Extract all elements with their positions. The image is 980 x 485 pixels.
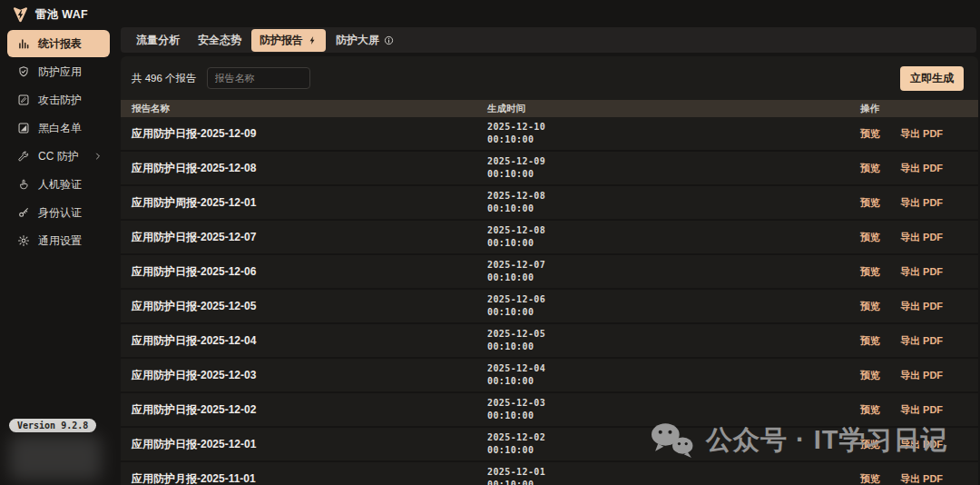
report-name: 应用防护日报-2025-12-08 <box>132 161 487 176</box>
sidebar-item-攻击防护[interactable]: 攻击防护 <box>7 86 110 114</box>
tab-label: 防护大屏 <box>336 33 379 48</box>
report-name-search-input[interactable] <box>207 67 310 89</box>
sidebar-item-身份认证[interactable]: 身份认证 <box>7 199 110 226</box>
safeline-logo-icon <box>12 6 29 24</box>
table-row: 应用防护日报-2025-12-03 2025-12-04 00:10:00 预览… <box>121 359 978 393</box>
table-row: 应用防护日报-2025-12-06 2025-12-07 00:10:00 预览… <box>121 255 978 290</box>
sidebar-item-label: 防护应用 <box>38 64 82 80</box>
export-pdf-link[interactable]: 导出 PDF <box>900 265 943 279</box>
sidebar: 雷池 WAF 统计报表 防护应用 攻击防护 黑白名单 CC 防护 人机验证 身份… <box>0 0 121 485</box>
report-name: 应用防护月报-2025-11-01 <box>132 471 487 485</box>
tab-label: 防护报告 <box>260 33 303 48</box>
report-generated-time: 2025-12-05 00:10:00 <box>487 328 860 353</box>
export-pdf-link[interactable]: 导出 PDF <box>900 196 943 210</box>
sidebar-item-label: 攻击防护 <box>38 93 82 108</box>
export-pdf-link[interactable]: 导出 PDF <box>900 438 943 451</box>
report-name: 应用防护日报-2025-12-05 <box>132 299 487 314</box>
tab-安全态势[interactable]: 安全态势 <box>190 29 250 52</box>
tab-bar: 流量分析 安全态势 防护报告 防护大屏 <box>121 27 976 53</box>
sidebar-item-CC 防护[interactable]: CC 防护 <box>7 143 110 170</box>
preview-link[interactable]: 预览 <box>860 265 880 279</box>
chevron-right-icon <box>93 152 103 161</box>
table-row: 应用防护日报-2025-12-08 2025-12-09 00:10:00 预览… <box>121 152 978 186</box>
report-generated-time: 2025-12-09 00:10:00 <box>487 155 860 181</box>
generate-now-button[interactable]: 立即生成 <box>900 66 964 91</box>
preview-link[interactable]: 预览 <box>860 300 880 313</box>
tab-防护大屏[interactable]: 防护大屏 <box>328 29 402 52</box>
tab-label: 安全态势 <box>198 33 241 48</box>
preview-link[interactable]: 预览 <box>860 403 880 417</box>
preview-link[interactable]: 预览 <box>860 334 880 348</box>
report-generated-time: 2025-12-08 00:10:00 <box>487 190 860 215</box>
key-icon <box>17 206 30 219</box>
report-name: 应用防护日报-2025-12-09 <box>132 126 487 142</box>
table-row: 应用防护日报-2025-12-09 2025-12-10 00:10:00 预览… <box>121 117 978 152</box>
report-name: 应用防护日报-2025-12-04 <box>132 333 487 349</box>
report-name: 应用防护日报-2025-12-06 <box>132 264 487 280</box>
sidebar-item-label: 黑白名单 <box>38 121 82 136</box>
blurred-content <box>9 435 102 480</box>
export-pdf-link[interactable]: 导出 PDF <box>900 369 943 382</box>
report-generated-time: 2025-12-02 00:10:00 <box>487 431 860 457</box>
tab-流量分析[interactable]: 流量分析 <box>128 29 188 52</box>
report-name: 应用防护日报-2025-12-03 <box>132 368 487 383</box>
table-row: 应用防护日报-2025-12-04 2025-12-05 00:10:00 预览… <box>121 324 978 359</box>
sidebar-item-人机验证[interactable]: 人机验证 <box>7 171 110 198</box>
black-white-list-icon <box>17 122 30 134</box>
export-pdf-link[interactable]: 导出 PDF <box>900 334 943 348</box>
sidebar-nav: 统计报表 防护应用 攻击防护 黑白名单 CC 防护 人机验证 身份认证 通用设置 <box>7 30 110 254</box>
sidebar-item-统计报表[interactable]: 统计报表 <box>7 30 110 57</box>
report-panel: 共 496 个报告 立即生成 报告名称 生成时间 操作 应用防护日报-2025-… <box>121 56 978 485</box>
sidebar-item-黑白名单[interactable]: 黑白名单 <box>7 114 110 142</box>
bolt-icon <box>308 35 318 45</box>
preview-link[interactable]: 预览 <box>860 196 880 210</box>
table-row: 应用防护日报-2025-12-05 2025-12-06 00:10:00 预览… <box>121 290 978 324</box>
sidebar-item-通用设置[interactable]: 通用设置 <box>7 227 110 254</box>
table-row: 应用防护月报-2025-11-01 2025-12-01 00:10:00 预览… <box>121 462 978 485</box>
report-toolbar: 共 496 个报告 立即生成 <box>121 56 978 100</box>
attack-edit-icon <box>17 94 30 106</box>
report-generated-time: 2025-12-04 00:10:00 <box>487 362 860 388</box>
gear-icon <box>17 234 30 247</box>
sidebar-item-label: 身份认证 <box>38 205 82 221</box>
report-name: 应用防护日报-2025-12-02 <box>132 402 487 418</box>
report-count: 共 496 个报告 <box>132 72 197 85</box>
column-generated-time: 生成时间 <box>487 103 860 115</box>
sidebar-item-label: CC 防护 <box>38 149 79 164</box>
table-row: 应用防护周报-2025-12-01 2025-12-08 00:10:00 预览… <box>121 186 978 221</box>
export-pdf-link[interactable]: 导出 PDF <box>900 472 943 485</box>
report-generated-time: 2025-12-07 00:10:00 <box>487 259 860 284</box>
column-report-name: 报告名称 <box>132 103 487 115</box>
preview-link[interactable]: 预览 <box>860 127 880 141</box>
preview-link[interactable]: 预览 <box>860 438 880 451</box>
report-generated-time: 2025-12-06 00:10:00 <box>487 293 860 319</box>
export-pdf-link[interactable]: 导出 PDF <box>900 403 943 417</box>
report-generated-time: 2025-12-03 00:10:00 <box>487 397 860 422</box>
info-icon <box>384 35 394 45</box>
column-actions: 操作 <box>860 103 978 115</box>
version-badge: Version 9.2.8 <box>9 419 96 432</box>
export-pdf-link[interactable]: 导出 PDF <box>900 127 943 141</box>
preview-link[interactable]: 预览 <box>860 231 880 244</box>
export-pdf-link[interactable]: 导出 PDF <box>900 162 943 175</box>
wrench-icon <box>17 150 30 163</box>
shield-check-icon <box>17 65 30 78</box>
report-generated-time: 2025-12-08 00:10:00 <box>487 224 860 250</box>
sidebar-item-防护应用[interactable]: 防护应用 <box>7 58 110 85</box>
tab-防护报告[interactable]: 防护报告 <box>251 29 326 52</box>
report-generated-time: 2025-12-10 00:10:00 <box>487 121 860 146</box>
report-name: 应用防护日报-2025-12-01 <box>132 437 487 452</box>
preview-link[interactable]: 预览 <box>860 472 880 485</box>
table-body: 应用防护日报-2025-12-09 2025-12-10 00:10:00 预览… <box>121 117 978 485</box>
sidebar-item-label: 人机验证 <box>38 177 82 193</box>
table-row: 应用防护日报-2025-12-07 2025-12-08 00:10:00 预览… <box>121 221 978 255</box>
export-pdf-link[interactable]: 导出 PDF <box>900 300 943 313</box>
app-title: 雷池 WAF <box>35 7 88 23</box>
sidebar-item-label: 通用设置 <box>38 233 82 249</box>
table-header: 报告名称 生成时间 操作 <box>121 100 978 117</box>
app-logo: 雷池 WAF <box>12 6 88 24</box>
report-generated-time: 2025-12-01 00:10:00 <box>487 466 860 485</box>
preview-link[interactable]: 预览 <box>860 162 880 175</box>
preview-link[interactable]: 预览 <box>860 369 880 382</box>
export-pdf-link[interactable]: 导出 PDF <box>900 231 943 244</box>
